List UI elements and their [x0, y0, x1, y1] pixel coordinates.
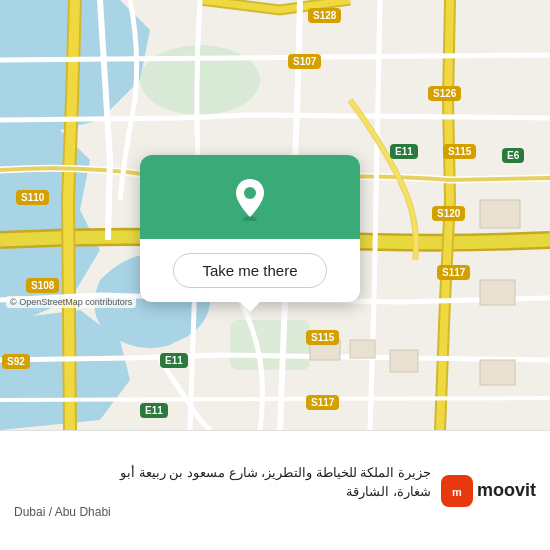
- callout-triangle: [240, 302, 260, 312]
- location-latin: Dubai / Abu Dhabi: [14, 505, 431, 519]
- map-container: S128 S107 S126 S115 E11 E6 S110 S120 E11…: [0, 0, 550, 430]
- svg-rect-9: [480, 200, 520, 228]
- svg-rect-8: [480, 280, 515, 305]
- take-me-there-button[interactable]: Take me there: [173, 253, 326, 288]
- info-bar: جزيرة الملكة للخياطة والتطريز، شارع مسعو…: [0, 430, 550, 550]
- svg-rect-3: [230, 320, 310, 370]
- moovit-brand-name: moovit: [477, 480, 536, 501]
- location-pin-icon: [232, 177, 268, 221]
- location-info-block: جزيرة الملكة للخياطة والتطريز، شارع مسعو…: [14, 463, 431, 519]
- map-callout: Take me there: [140, 155, 360, 302]
- svg-rect-7: [480, 360, 515, 385]
- svg-rect-6: [390, 350, 418, 372]
- svg-rect-5: [350, 340, 375, 358]
- svg-text:m: m: [452, 485, 462, 497]
- moovit-icon: m: [441, 475, 473, 507]
- callout-pin-area: [140, 155, 360, 239]
- moovit-logo: m moovit: [441, 475, 536, 507]
- svg-rect-4: [310, 340, 340, 360]
- location-arabic-line1: جزيرة الملكة للخياطة والتطريز، شارع مسعو…: [14, 463, 431, 483]
- osm-credit: © OpenStreetMap contributors: [6, 296, 136, 308]
- moovit-icon-svg: m: [446, 480, 468, 502]
- location-arabic-line2: شغارة، الشارقة: [14, 482, 431, 502]
- svg-point-12: [244, 187, 256, 199]
